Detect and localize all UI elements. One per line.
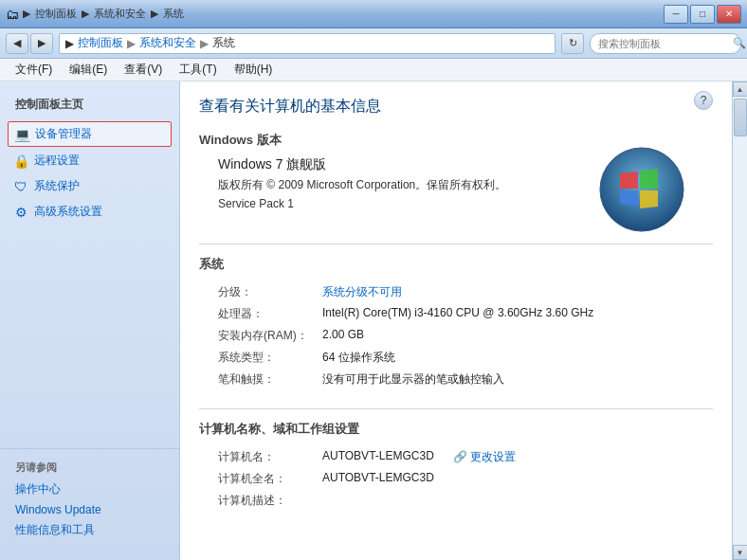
compdesc-label: 计算机描述：: [218, 493, 322, 509]
maximize-button[interactable]: □: [690, 5, 715, 24]
type-value: 64 位操作系统: [322, 350, 395, 366]
system-protect-icon: 🛡: [13, 179, 28, 194]
menu-tools[interactable]: 工具(T): [172, 60, 224, 80]
sidebar: 控制面板主页 💻 设备管理器 🔒 远程设置 🛡 系统保护 ⚙ 高级系统设置 另请…: [0, 81, 180, 560]
cpu-label: 处理器：: [218, 306, 322, 322]
system-section-title: 系统: [199, 256, 713, 273]
addressbar: ◀ ▶ ▶ 控制面板 ▶ 系统和安全 ▶ 系统 ↻ 🔍: [0, 28, 747, 59]
touch-value: 没有可用于此显示器的笔或触控输入: [322, 371, 504, 388]
compname-label: 计算机名：: [218, 449, 322, 465]
scrollbar: ▲ ▼: [732, 81, 747, 560]
rating-label: 分级：: [218, 284, 322, 300]
sidebar-link-windows-update[interactable]: Windows Update: [0, 500, 179, 519]
sidebar-item-label-protect: 系统保护: [34, 178, 80, 194]
nav-buttons: ◀ ▶: [6, 33, 53, 54]
sidebar-item-device-manager[interactable]: 💻 设备管理器: [8, 121, 172, 147]
ram-value: 2.00 GB: [322, 328, 364, 341]
search-icon: 🔍: [733, 37, 746, 49]
titlebar-left: 🗂 ▶ 控制面板 ▶ 系统和安全 ▶ 系统: [6, 7, 186, 22]
svg-point-0: [600, 148, 683, 231]
divider-2: [199, 408, 713, 409]
breadcrumb-part3: 系统: [212, 35, 235, 51]
sidebar-nav-title: 控制面板主页: [0, 93, 179, 120]
change-settings-link[interactable]: 🔗 更改设置: [453, 449, 516, 465]
network-section-title: 计算机名称、域和工作组设置: [199, 421, 713, 438]
type-label: 系统类型：: [218, 350, 322, 366]
compfullname-label: 计算机全名：: [218, 471, 322, 487]
compfullname-value: AUTOBVT-LEMGC3D: [322, 471, 434, 484]
windows-info-block: Windows 7 旗舰版 版权所有 © 2009 Microsoft Corp…: [199, 156, 713, 220]
touch-label: 笔和触摸：: [218, 371, 322, 388]
scroll-down-button[interactable]: ▼: [733, 545, 748, 560]
menu-help[interactable]: 帮助(H): [227, 60, 281, 80]
system-row-rating: 分级： 系统分级不可用: [218, 284, 713, 300]
sidebar-item-label-advanced: 高级系统设置: [34, 204, 102, 220]
content-area: ? 查看有关计算机的基本信息 Windows 版本: [180, 81, 732, 560]
minimize-button[interactable]: ─: [664, 5, 688, 24]
system-info-block: 分级： 系统分级不可用 处理器： Intel(R) Core(TM) i3-41…: [199, 280, 713, 397]
menu-edit[interactable]: 编辑(E): [62, 60, 115, 80]
sidebar-item-system-protect[interactable]: 🛡 系统保护: [0, 173, 179, 199]
network-row-desc: 计算机描述：: [218, 493, 713, 509]
breadcrumb-part2[interactable]: 系统和安全: [139, 35, 196, 51]
sidebar-item-advanced-settings[interactable]: ⚙ 高级系统设置: [0, 199, 179, 225]
breadcrumb-sep2: ▶: [200, 37, 209, 50]
breadcrumb-bar: ▶ 控制面板 ▶ 系统和安全 ▶ 系统: [59, 33, 556, 54]
close-button[interactable]: ✕: [717, 5, 741, 24]
titlebar-controls: ─ □ ✕: [664, 5, 741, 24]
network-row-name: 计算机名： AUTOBVT-LEMGC3D 🔗 更改设置: [218, 449, 713, 465]
forward-button[interactable]: ▶: [30, 33, 53, 54]
sidebar-also-see: 另请参阅 操作中心 Windows Update 性能信息和工具: [0, 448, 179, 549]
network-info-block: 计算机名： AUTOBVT-LEMGC3D 🔗 更改设置 计算机全名： AUTO…: [199, 445, 713, 518]
search-input[interactable]: [598, 38, 729, 49]
breadcrumb-sep1: ▶: [127, 37, 136, 50]
main-layout: 控制面板主页 💻 设备管理器 🔒 远程设置 🛡 系统保护 ⚙ 高级系统设置 另请…: [0, 81, 747, 560]
system-row-type: 系统类型： 64 位操作系统: [218, 350, 713, 366]
refresh-button[interactable]: ↻: [561, 33, 584, 54]
scroll-up-button[interactable]: ▲: [733, 81, 748, 97]
compname-value: AUTOBVT-LEMGC3D: [322, 449, 434, 462]
help-button[interactable]: ?: [694, 91, 713, 110]
sidebar-item-label-remote: 远程设置: [34, 153, 80, 169]
sidebar-link-performance[interactable]: 性能信息和工具: [0, 519, 179, 541]
page-title: 查看有关计算机的基本信息: [199, 97, 713, 117]
menu-file[interactable]: 文件(F): [8, 60, 60, 80]
rating-value[interactable]: 系统分级不可用: [322, 284, 402, 300]
scroll-thumb[interactable]: [734, 99, 747, 136]
titlebar: 🗂 ▶ 控制面板 ▶ 系统和安全 ▶ 系统 ─ □ ✕: [0, 0, 747, 28]
cpu-value: Intel(R) Core(TM) i3-4160 CPU @ 3.60GHz …: [322, 306, 593, 319]
titlebar-breadcrumb: ▶ 控制面板 ▶ 系统和安全 ▶ 系统: [23, 7, 186, 21]
sidebar-item-remote-settings[interactable]: 🔒 远程设置: [0, 148, 179, 173]
breadcrumb-icon: ▶: [65, 37, 74, 50]
system-row-touch: 笔和触摸： 没有可用于此显示器的笔或触控输入: [218, 371, 713, 388]
network-row-fullname: 计算机全名： AUTOBVT-LEMGC3D: [218, 471, 713, 487]
also-see-title: 另请参阅: [0, 457, 179, 479]
remote-settings-icon: 🔒: [13, 154, 28, 169]
device-manager-icon: 💻: [14, 127, 29, 142]
back-button[interactable]: ◀: [6, 33, 28, 54]
system-row-cpu: 处理器： Intel(R) Core(TM) i3-4160 CPU @ 3.6…: [218, 306, 713, 322]
windows-logo: [599, 147, 684, 232]
menu-view[interactable]: 查看(V): [117, 60, 170, 80]
sidebar-item-label-device-manager: 设备管理器: [35, 126, 92, 142]
divider-1: [199, 244, 713, 244]
menubar: 文件(F) 编辑(E) 查看(V) 工具(T) 帮助(H): [0, 59, 747, 81]
system-row-ram: 安装内存(RAM)： 2.00 GB: [218, 328, 713, 344]
titlebar-icon: 🗂: [6, 7, 19, 22]
sidebar-link-action-center[interactable]: 操作中心: [0, 479, 179, 500]
breadcrumb-part1[interactable]: 控制面板: [78, 35, 123, 51]
search-box: 🔍: [590, 33, 741, 54]
ram-label: 安装内存(RAM)：: [218, 328, 322, 344]
advanced-settings-icon: ⚙: [13, 205, 28, 220]
